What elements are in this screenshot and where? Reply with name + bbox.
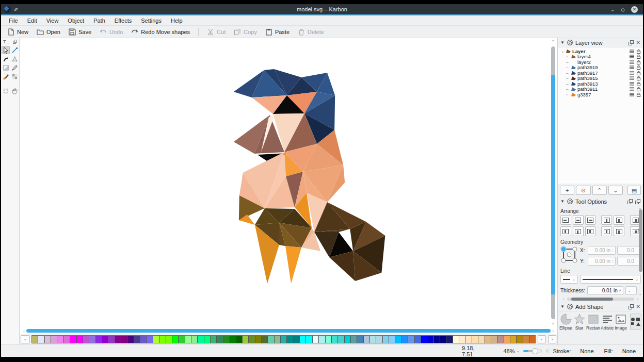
palette-swatch[interactable] xyxy=(389,336,395,343)
palette-swatch[interactable] xyxy=(370,336,376,343)
new-button[interactable]: New xyxy=(3,27,33,37)
palette-swatch[interactable] xyxy=(32,336,38,343)
collapse-arrow-icon[interactable]: ▼ xyxy=(560,40,565,45)
menu-view[interactable]: View xyxy=(42,17,63,25)
palette-swatch[interactable] xyxy=(287,336,293,343)
palette-scroll-left-button[interactable]: ‹ xyxy=(538,335,546,343)
palette-swatch[interactable] xyxy=(255,336,262,343)
expander-icon[interactable]: ⌄ xyxy=(561,49,566,54)
close-docker-icon[interactable]: ✕ xyxy=(636,304,640,309)
pencil-tool[interactable] xyxy=(10,63,19,72)
layer-name[interactable]: path3919 xyxy=(577,64,630,70)
palette-scroll-right-button[interactable]: › xyxy=(548,335,556,343)
lower-layer-button[interactable]: ⌄ xyxy=(608,186,623,195)
lock-icon[interactable] xyxy=(636,71,641,75)
lock-icon[interactable] xyxy=(636,60,641,64)
palette-swatch[interactable] xyxy=(211,336,217,343)
palette-swatch[interactable] xyxy=(434,336,440,343)
palette-swatch[interactable] xyxy=(510,336,517,343)
float-docker-icon[interactable] xyxy=(629,40,634,45)
palette-swatch[interactable] xyxy=(427,336,433,343)
lock-icon[interactable] xyxy=(636,76,641,80)
layer-name[interactable]: layer4 xyxy=(577,54,630,59)
palette-swatch[interactable] xyxy=(281,336,287,343)
close-docker-icon[interactable]: ✕ xyxy=(636,40,640,45)
palette-swatch[interactable] xyxy=(294,336,300,343)
distribute-v-edges-button[interactable] xyxy=(601,226,612,236)
palette-swatch[interactable] xyxy=(77,336,83,343)
properties-icon[interactable] xyxy=(630,92,634,97)
palette-swatch[interactable] xyxy=(108,336,115,343)
palette-swatch[interactable] xyxy=(395,336,401,343)
menu-help[interactable]: Help xyxy=(166,17,187,25)
palette-swatch[interactable] xyxy=(140,336,147,343)
palette-swatch[interactable] xyxy=(421,336,427,343)
float-docker-icon[interactable] xyxy=(629,304,634,309)
layer-row-path3911[interactable]: –path3911 xyxy=(558,87,643,92)
expander-icon[interactable]: – xyxy=(566,81,571,86)
scrollbar-track-top[interactable] xyxy=(551,46,555,75)
layer-row-g3357[interactable]: ›g3357 xyxy=(558,92,643,97)
palette-swatch[interactable] xyxy=(459,336,465,343)
palette-swatch[interactable] xyxy=(485,336,491,343)
palette-swatch[interactable] xyxy=(185,336,191,343)
layer-name[interactable]: layer2 xyxy=(577,59,630,65)
paintbrush-tool[interactable] xyxy=(2,72,10,80)
palette-menu-button[interactable]: ⌄ xyxy=(21,335,30,343)
palette-swatch[interactable] xyxy=(102,336,108,343)
layer-view-header[interactable]: ▼ Layer view ✕ xyxy=(558,38,643,47)
open-button[interactable]: Open xyxy=(33,27,65,37)
expander-icon[interactable]: – xyxy=(566,71,571,75)
palette-swatch[interactable] xyxy=(351,336,357,343)
pan-tool[interactable] xyxy=(10,87,19,95)
pen-tool[interactable] xyxy=(10,46,19,54)
redo-button[interactable]: Redo Move shapes xyxy=(127,27,194,37)
toolbox-float-icon[interactable] xyxy=(13,40,17,44)
zoom-slider[interactable] xyxy=(523,350,535,352)
menu-settings[interactable]: Settings xyxy=(136,17,166,25)
palette-swatch[interactable] xyxy=(198,336,204,343)
zoom-slider-knob[interactable] xyxy=(532,348,538,354)
palette-swatch[interactable] xyxy=(465,336,472,343)
palette-swatch[interactable] xyxy=(491,336,497,343)
palette-swatch[interactable] xyxy=(204,336,211,343)
layer-row-path3919[interactable]: –path3919 xyxy=(558,65,643,71)
vscrollbar-thumb[interactable] xyxy=(639,209,642,272)
line-style-combo[interactable]: ⌄ xyxy=(560,275,578,284)
menu-effects[interactable]: Effects xyxy=(110,17,136,25)
properties-icon[interactable] xyxy=(630,87,634,91)
stroke-value[interactable]: None xyxy=(580,348,593,354)
bird-artwork[interactable] xyxy=(20,38,549,327)
rectangle-shape-button[interactable]: Rectan xyxy=(586,314,600,331)
lock-icon[interactable] xyxy=(636,92,641,97)
undo-button[interactable]: Undo xyxy=(95,27,127,37)
scroll-up-arrow[interactable]: ⌃ xyxy=(551,39,555,45)
shape-collection-button[interactable] xyxy=(630,314,641,330)
collapse-arrow-icon[interactable]: ▼ xyxy=(560,199,565,204)
palette-swatch[interactable] xyxy=(504,336,510,343)
palette-swatch[interactable] xyxy=(408,336,414,343)
properties-icon[interactable] xyxy=(630,60,634,64)
expander-icon[interactable]: › xyxy=(566,92,571,97)
layer-row-path3915[interactable]: –path3915 xyxy=(558,76,643,81)
palette-swatch[interactable] xyxy=(230,336,236,343)
palette-swatch[interactable] xyxy=(57,336,63,343)
zoom-selection-icon[interactable] xyxy=(539,348,542,354)
scroll-down-arrow[interactable]: ⌄ xyxy=(551,320,555,326)
palette-swatch[interactable] xyxy=(179,336,185,343)
palette-swatch[interactable] xyxy=(332,336,338,343)
palette-swatch[interactable] xyxy=(376,336,382,343)
palette-swatch[interactable] xyxy=(415,336,421,343)
layer-name[interactable]: path3911 xyxy=(577,86,630,92)
palette-swatch[interactable] xyxy=(115,336,121,343)
palette-swatch[interactable] xyxy=(262,336,268,343)
palette-swatch[interactable] xyxy=(472,336,478,343)
palette-swatch[interactable] xyxy=(268,336,274,343)
distribute-h-centers-button[interactable] xyxy=(614,215,624,225)
palette-swatch[interactable] xyxy=(153,336,159,343)
minimize-button[interactable]: ⌄ xyxy=(610,7,615,12)
properties-icon[interactable] xyxy=(630,76,634,80)
layer-name[interactable]: path3913 xyxy=(577,81,630,87)
distribute-h-edges-button[interactable] xyxy=(601,215,612,225)
palette-swatch[interactable] xyxy=(64,336,70,343)
